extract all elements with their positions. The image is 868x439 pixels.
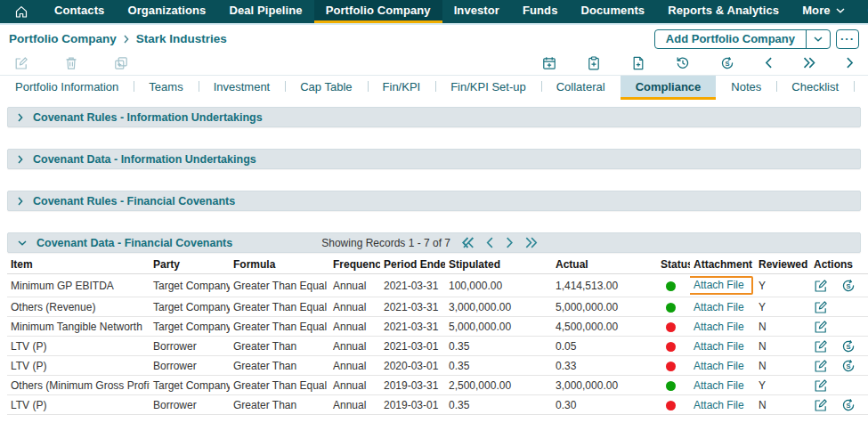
sync-action-icon[interactable]: S (841, 279, 856, 293)
add-portfolio-company-dropdown-button[interactable] (806, 30, 830, 48)
cell-period-ended: 2021-03-31 (380, 274, 445, 297)
cell-actual: 1,414,513.00 (552, 274, 657, 297)
sync-action-icon[interactable]: S (841, 339, 856, 354)
expand-chevron-icon[interactable] (18, 155, 23, 164)
expand-chevron-icon[interactable] (18, 113, 23, 122)
section-header-covenant-data-information-undertakings[interactable]: Covenant Data - Information Undertakings (7, 149, 861, 169)
svg-text:S: S (846, 281, 850, 289)
cell-item: Minimum Tangible Networth (7, 317, 150, 337)
cell-actual: 4,500,000.00 (552, 317, 657, 337)
nav-items: ContactsOrganizationsDeal PipelinePortfo… (43, 0, 868, 23)
nav-item-deal-pipeline[interactable]: Deal Pipeline (217, 0, 313, 23)
tab-portfolio-information[interactable]: Portfolio Information (0, 76, 134, 100)
calendar-add-icon[interactable] (542, 56, 556, 70)
section-header-covenant-data-financial-covenants[interactable]: Covenant Data - Financial CovenantsShowi… (7, 232, 861, 253)
nav-item-documents[interactable]: Documents (570, 0, 657, 23)
file-add-icon[interactable] (631, 56, 645, 70)
svg-text:S: S (846, 362, 850, 370)
add-portfolio-company-button[interactable]: Add Portfolio Company (655, 30, 806, 48)
edit-action-icon[interactable] (814, 378, 828, 393)
delete-icon[interactable] (64, 56, 78, 70)
clipboard-add-icon[interactable] (587, 56, 601, 70)
cell-frequency: Annual (329, 274, 380, 297)
cell-item: LTV (P) (7, 337, 150, 356)
sync-icon[interactable]: S (720, 56, 734, 70)
tab-more-information[interactable]: More Information (854, 76, 868, 100)
page-header: Portfolio Company Stark Industries Add P… (0, 25, 868, 53)
edit-action-icon[interactable] (814, 339, 828, 354)
tab-investment[interactable]: Investment (199, 76, 286, 100)
edit-action-icon[interactable] (814, 320, 828, 334)
chevron-left-icon[interactable] (765, 57, 773, 69)
tab-checklist[interactable]: Checklist (776, 76, 854, 100)
home-icon (14, 4, 28, 19)
chevron-double-right-icon[interactable] (803, 57, 815, 69)
nav-item-label: More (802, 4, 830, 17)
cell-attachment: Attach File (690, 274, 755, 297)
nav-item-investor[interactable]: Investor (442, 0, 511, 23)
cell-actions (810, 376, 868, 395)
expand-chevron-icon[interactable] (18, 197, 23, 206)
nav-item-funds[interactable]: Funds (511, 0, 570, 23)
attach-file-link[interactable]: Attach File (694, 399, 744, 411)
cell-actions: S (810, 395, 868, 415)
add-portfolio-company-split-button: Add Portfolio Company (654, 29, 831, 49)
attach-file-link[interactable]: Attach File (694, 340, 744, 353)
section-header-covenant-rules-information-undertakings[interactable]: Covenant Rules - Information Undertaking… (7, 107, 861, 127)
sync-action-icon[interactable]: S (841, 359, 856, 373)
svg-text:S: S (846, 342, 850, 350)
status-green-dot (666, 281, 676, 291)
cell-reviewed: N (755, 356, 810, 376)
home-nav-item[interactable] (0, 0, 43, 23)
cell-reviewed: Y (755, 274, 810, 297)
cell-formula: Greater Than Equal To (230, 317, 329, 337)
edit-action-icon[interactable] (814, 279, 828, 293)
tab-collateral[interactable]: Collateral (541, 76, 621, 100)
nav-item-quick-create[interactable]: Quick Create (856, 0, 868, 23)
section-header-covenant-rules-financial-covenants[interactable]: Covenant Rules - Financial Covenants (7, 191, 861, 211)
column-header-actual: Actual (552, 255, 657, 274)
edit-icon[interactable] (14, 56, 28, 70)
cell-reviewed: Y (755, 376, 810, 395)
tab-compliance[interactable]: Compliance (621, 76, 717, 100)
sync-action-icon[interactable]: S (841, 398, 856, 412)
nav-item-contacts[interactable]: Contacts (43, 0, 116, 23)
edit-action-icon[interactable] (814, 300, 828, 314)
section-title: Covenant Data - Financial Covenants (37, 237, 232, 249)
tab-fin-kpi-set-up[interactable]: Fin/KPI Set-up (435, 76, 541, 100)
breadcrumb-parent[interactable]: Portfolio Company (9, 32, 117, 45)
attach-file-link[interactable]: Attach File (694, 301, 744, 313)
tab-cap-table[interactable]: Cap Table (285, 76, 367, 100)
cell-attachment: Attach File (690, 297, 755, 317)
chevron-double-left-icon[interactable] (462, 237, 475, 248)
collapse-chevron-icon[interactable] (18, 240, 27, 246)
cell-stipulated: 2,500,000.00 (445, 376, 552, 395)
attach-file-link[interactable]: Attach File (694, 279, 744, 291)
chevron-right-icon[interactable] (846, 57, 854, 69)
toolbar-right-icons: S (542, 56, 854, 70)
more-options-button[interactable]: ··· (836, 29, 859, 49)
history-icon[interactable] (676, 56, 690, 70)
tab-notes[interactable]: Notes (716, 76, 776, 100)
section-covenant-data-financial-covenants: Covenant Data - Financial CovenantsShowi… (7, 232, 861, 415)
nav-item-organizations[interactable]: Organizations (116, 0, 217, 23)
tab-fin-kpi[interactable]: Fin/KPI (368, 76, 436, 100)
cell-status (657, 297, 690, 317)
tab-teams[interactable]: Teams (134, 76, 198, 100)
duplicate-icon[interactable] (114, 56, 128, 70)
attach-file-link[interactable]: Attach File (694, 321, 744, 333)
cell-item: Others (Minimum Gross Profit) (7, 376, 150, 395)
chevron-left-icon[interactable] (486, 237, 494, 248)
chevron-right-icon[interactable] (506, 237, 514, 248)
edit-action-icon[interactable] (814, 359, 828, 373)
chevron-double-right-icon[interactable] (525, 237, 538, 248)
attach-file-link[interactable]: Attach File (694, 379, 744, 392)
cell-item: LTV (P) (7, 356, 150, 376)
nav-item-reports-analytics[interactable]: Reports & Analytics (656, 0, 791, 23)
cell-actions (810, 317, 868, 337)
edit-action-icon[interactable] (814, 398, 828, 412)
cell-actions: S (810, 274, 868, 297)
nav-item-more[interactable]: More (791, 0, 856, 23)
nav-item-portfolio-company[interactable]: Portfolio Company (314, 0, 442, 23)
attach-file-link[interactable]: Attach File (694, 360, 744, 372)
